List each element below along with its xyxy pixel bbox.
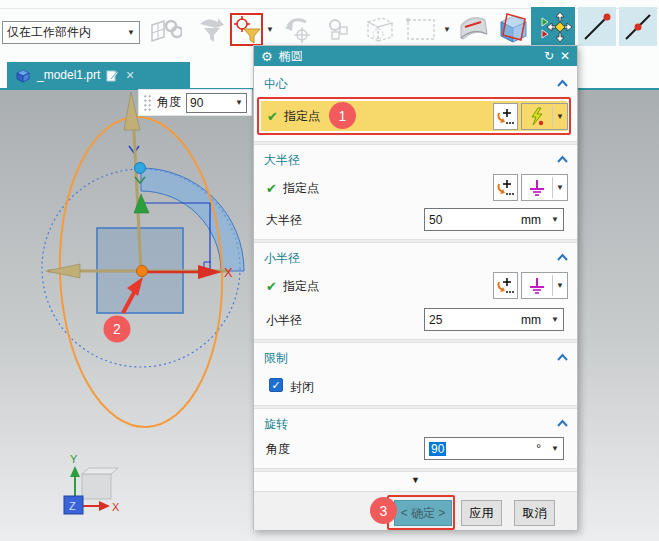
x-axis-left-cone[interactable] <box>46 264 80 278</box>
modified-edit-icon <box>106 69 119 82</box>
tab-model1[interactable]: _model1.prt ✕ <box>7 62 190 88</box>
snap-midpoint-glyph <box>622 11 654 43</box>
section-separator <box>254 468 577 472</box>
inferred-point-icon <box>528 277 546 295</box>
assembly-constraints-icon[interactable] <box>324 15 354 43</box>
filter-reverse-icon[interactable] <box>192 15 228 45</box>
chevron-down-icon: ▼ <box>553 282 567 290</box>
dialog-header[interactable]: ⚙ 椭圆 ↻ ✕ <box>254 46 577 66</box>
center-point-dialog-button[interactable] <box>493 103 518 130</box>
wireframe-cube-icon[interactable] <box>358 13 398 45</box>
orientation-triad: Y X Z <box>64 453 120 514</box>
major-specify-point-row[interactable]: ✔ 指定点 <box>266 180 319 197</box>
section-major-collapse-icon[interactable] <box>557 155 568 163</box>
section-center-collapse-icon[interactable] <box>557 79 568 87</box>
dialog-gear-icon: ⚙ <box>261 50 273 63</box>
inferred-point-icon <box>528 179 546 197</box>
snap-endpoint-glyph <box>581 11 613 43</box>
apply-button[interactable]: 应用 <box>461 500 502 526</box>
center-specify-point-field[interactable]: ✔ 指定点 <box>261 101 491 131</box>
chevron-down-icon: ▼ <box>551 316 559 324</box>
check-icon: ✔ <box>266 279 277 294</box>
triad-cube <box>82 474 111 499</box>
section-minor-collapse-icon[interactable] <box>557 253 568 261</box>
minor-radius-field[interactable]: 25 mm ▼ <box>424 308 564 331</box>
rectangle-select-dropdown[interactable]: ▼ <box>442 24 452 36</box>
section-rotation-collapse-icon[interactable] <box>557 419 568 427</box>
minor-point-dialog-button[interactable] <box>493 272 518 299</box>
tab-close-icon[interactable]: ✕ <box>125 69 134 82</box>
move-object-glyph <box>534 10 572 44</box>
point-dialog-icon <box>496 107 515 126</box>
section-limits-collapse-icon[interactable] <box>557 353 568 361</box>
major-point-dialog-button[interactable] <box>493 174 518 201</box>
center-snap-point-group[interactable]: ▼ <box>521 103 568 130</box>
rectangle-select-icon[interactable] <box>403 15 439 43</box>
section-minor-label: 小半径 <box>264 250 300 267</box>
snap-point-filter-glyph <box>232 15 261 44</box>
snap-endpoint-icon[interactable] <box>578 7 616 46</box>
major-specify-point-label: 指定点 <box>283 180 319 197</box>
assembly-constraints-glyph <box>326 17 352 41</box>
annotation-badge-3: 3 <box>370 497 397 524</box>
major-inferred-point-group[interactable]: ▼ <box>521 174 568 201</box>
ok-button[interactable]: < 确定 > <box>394 500 452 526</box>
chevron-down-icon: ▼ <box>266 26 274 34</box>
minor-specify-point-row[interactable]: ✔ 指定点 <box>266 278 319 295</box>
snap-midpoint-icon[interactable] <box>619 7 657 46</box>
chevron-down-icon: ▼ <box>551 445 559 453</box>
center-point-handle[interactable] <box>137 266 148 277</box>
dialog-more-toggle[interactable]: ▼ <box>254 475 577 485</box>
angle-input-value: 90 <box>190 96 235 110</box>
section-separator <box>254 339 577 343</box>
snap-point-filter-dropdown[interactable]: ▼ <box>265 24 275 36</box>
major-radius-field[interactable]: 50 mm ▼ <box>424 208 564 231</box>
drag-grip-icon[interactable] <box>143 94 152 111</box>
angle-input-field[interactable]: 90 ▼ <box>186 93 247 113</box>
minor-inferred-point-group[interactable]: ▼ <box>521 272 568 299</box>
rotation-angle-unit: ° <box>536 442 541 456</box>
move-object-tool-icon[interactable] <box>531 7 575 46</box>
section-center-label: 中心 <box>264 76 288 93</box>
point-dialog-icon <box>496 276 515 295</box>
minor-specify-point-label: 指定点 <box>283 278 319 295</box>
undo-point-glyph <box>280 14 312 44</box>
major-radius-value: 50 <box>429 213 521 227</box>
section-view-icon[interactable] <box>495 11 531 45</box>
triad-y-arrowhead <box>70 466 80 477</box>
chevron-down-icon: ▼ <box>235 99 243 107</box>
selection-scope-value: 仅在工作部件内 <box>7 24 127 41</box>
filter-reverse-glyph <box>194 16 226 44</box>
point-dialog-icon <box>496 178 515 197</box>
triad-x-arrowhead <box>99 501 110 511</box>
selection-scope-dropdown[interactable]: 仅在工作部件内 ▼ <box>2 21 140 44</box>
rectangle-select-glyph <box>405 16 437 42</box>
x-axis-label: X <box>224 265 233 280</box>
sphere-handle[interactable] <box>135 163 146 174</box>
section-view-glyph <box>497 12 529 44</box>
major-radius-unit: mm <box>521 213 541 227</box>
section-major-label: 大半径 <box>264 152 300 169</box>
shaded-edge-display-icon[interactable] <box>455 11 493 45</box>
rotation-angle-value: 90 <box>429 442 446 456</box>
dialog-close-icon[interactable]: ✕ <box>560 49 570 63</box>
minor-radius-value: 25 <box>429 313 521 327</box>
tab-title: _model1.prt <box>37 68 100 82</box>
undo-point-icon[interactable] <box>278 13 314 45</box>
dialog-reset-icon[interactable]: ↻ <box>544 49 554 63</box>
rotation-angle-label: 角度 <box>266 441 290 458</box>
cancel-button[interactable]: 取消 <box>514 500 555 526</box>
closed-checkbox[interactable]: ✓ <box>269 378 283 392</box>
annotation-badge-1: 1 <box>329 102 356 129</box>
triad-cube-top <box>82 468 118 474</box>
minor-radius-unit: mm <box>521 313 541 327</box>
chevron-down-icon: ▼ <box>443 26 451 34</box>
wave-geometry-linker-icon[interactable] <box>148 15 184 45</box>
chevron-down-icon: ▼ <box>553 113 567 121</box>
rotation-angle-field[interactable]: 90 ° ▼ <box>424 437 564 460</box>
section-rotation-label: 旋转 <box>264 416 288 433</box>
major-radius-label: 大半径 <box>266 212 302 229</box>
check-icon: ✔ <box>267 109 278 124</box>
shaded-edge-display-glyph <box>457 12 491 44</box>
snap-point-filter-icon[interactable] <box>230 13 263 46</box>
